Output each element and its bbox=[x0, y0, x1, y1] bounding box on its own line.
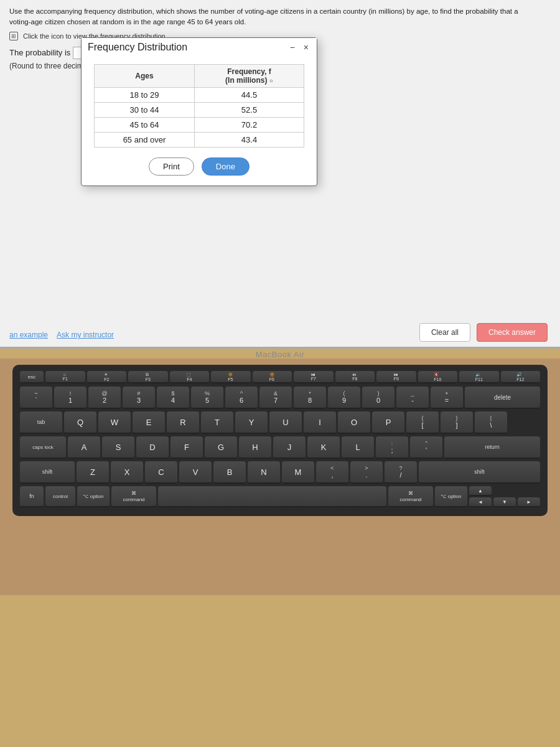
key-arrow-up[interactable]: ▲ bbox=[469, 486, 492, 496]
key-m[interactable]: M bbox=[282, 461, 314, 484]
key-7[interactable]: &7 bbox=[259, 387, 292, 409]
arrow-keys: ▲ ◄ ▼ ► bbox=[469, 486, 540, 507]
key-n[interactable]: N bbox=[248, 461, 280, 484]
key-minus[interactable]: _- bbox=[396, 387, 429, 409]
key-f8[interactable]: ⏯F8 bbox=[335, 371, 375, 383]
key-f[interactable]: F bbox=[170, 436, 203, 459]
key-fn[interactable]: fn bbox=[20, 486, 44, 507]
zxcv-row: shift Z X C V B N M <, >. ?/ shift bbox=[20, 461, 540, 484]
key-e[interactable]: E bbox=[133, 411, 165, 434]
key-option-left[interactable]: ⌥ option bbox=[77, 486, 110, 507]
key-6[interactable]: ^6 bbox=[225, 387, 258, 409]
key-f4[interactable]: ⬚F4 bbox=[170, 371, 210, 383]
modal-buttons: Print Done bbox=[94, 157, 304, 176]
key-period[interactable]: >. bbox=[350, 461, 383, 484]
key-return[interactable]: return bbox=[444, 436, 540, 459]
key-comma[interactable]: <, bbox=[316, 461, 348, 484]
key-o[interactable]: O bbox=[338, 411, 370, 434]
key-h[interactable]: H bbox=[239, 436, 271, 459]
key-caps[interactable]: caps lock bbox=[20, 436, 66, 459]
key-arrow-down[interactable]: ▼ bbox=[493, 497, 516, 507]
laptop-screen: Use the accompanying frequency distribut… bbox=[0, 0, 560, 349]
key-shift-right[interactable]: shift bbox=[419, 461, 540, 484]
key-1[interactable]: !1 bbox=[54, 387, 86, 409]
key-b[interactable]: B bbox=[213, 461, 246, 484]
key-4[interactable]: $4 bbox=[157, 387, 189, 409]
key-f7[interactable]: ⏮F7 bbox=[294, 371, 334, 383]
col-ages-header: Ages bbox=[95, 65, 195, 88]
freq-cell: 52.5 bbox=[194, 103, 304, 118]
key-p[interactable]: P bbox=[372, 411, 404, 434]
key-delete[interactable]: delete bbox=[465, 387, 540, 409]
key-equals[interactable]: += bbox=[431, 387, 463, 409]
key-g[interactable]: G bbox=[205, 436, 237, 459]
key-x[interactable]: X bbox=[111, 461, 143, 484]
key-f11[interactable]: 🔉F11 bbox=[459, 371, 499, 383]
qwerty-row: tab Q W E R T Y U I O P {[ }] |\ bbox=[20, 411, 540, 434]
num-row: ~` !1 @2 #3 $4 %5 ^6 &7 *8 (9 )0 _- += d… bbox=[20, 387, 540, 409]
clear-all-button[interactable]: Clear all bbox=[419, 323, 470, 342]
key-option-right[interactable]: ⌥ option bbox=[435, 486, 467, 507]
key-backtick[interactable]: ~` bbox=[20, 387, 52, 409]
key-control[interactable]: control bbox=[45, 486, 75, 507]
question-main-text: Use the accompanying frequency distribut… bbox=[9, 6, 520, 28]
key-r[interactable]: R bbox=[167, 411, 199, 434]
key-slash[interactable]: ?/ bbox=[385, 461, 417, 484]
key-j[interactable]: J bbox=[273, 436, 306, 459]
key-u[interactable]: U bbox=[269, 411, 302, 434]
key-y[interactable]: Y bbox=[235, 411, 268, 434]
key-a[interactable]: A bbox=[68, 436, 100, 459]
key-f2[interactable]: ☀F2 bbox=[87, 371, 127, 383]
key-f10[interactable]: 🔇F10 bbox=[418, 371, 458, 383]
key-backslash[interactable]: |\ bbox=[475, 411, 507, 434]
key-f5[interactable]: 🔅F5 bbox=[211, 371, 251, 383]
key-f3[interactable]: ⧉F3 bbox=[128, 371, 168, 383]
key-z[interactable]: Z bbox=[77, 461, 109, 484]
asdf-row: caps lock A S D F G H J K L :; "' return bbox=[20, 436, 540, 459]
check-answer-button[interactable]: Check answer bbox=[477, 323, 548, 342]
key-q[interactable]: Q bbox=[64, 411, 96, 434]
key-k[interactable]: K bbox=[307, 436, 340, 459]
key-8[interactable]: *8 bbox=[294, 387, 326, 409]
key-lbracket[interactable]: {[ bbox=[406, 411, 439, 434]
done-button[interactable]: Done bbox=[202, 157, 250, 176]
modal-minimize-button[interactable]: − bbox=[288, 42, 297, 52]
key-shift-left[interactable]: shift bbox=[20, 461, 75, 484]
key-3[interactable]: #3 bbox=[123, 387, 155, 409]
key-rbracket[interactable]: }] bbox=[441, 411, 473, 434]
modal-close-button[interactable]: × bbox=[302, 42, 310, 52]
bottom-row: fn control ⌥ option ⌘command ⌘command ⌥ … bbox=[20, 486, 540, 507]
key-f12[interactable]: 🔊F12 bbox=[501, 371, 541, 383]
key-s[interactable]: S bbox=[102, 436, 134, 459]
key-f1[interactable]: ☼F1 bbox=[45, 371, 85, 383]
key-l[interactable]: L bbox=[342, 436, 374, 459]
key-v[interactable]: V bbox=[179, 461, 212, 484]
key-d[interactable]: D bbox=[136, 436, 169, 459]
key-t[interactable]: T bbox=[201, 411, 233, 434]
key-2[interactable]: @2 bbox=[88, 387, 121, 409]
key-0[interactable]: )0 bbox=[362, 387, 394, 409]
table-row: 65 and over43.4 bbox=[95, 133, 304, 148]
key-quote[interactable]: "' bbox=[410, 436, 442, 459]
key-9[interactable]: (9 bbox=[328, 387, 360, 409]
key-i[interactable]: I bbox=[304, 411, 336, 434]
key-5[interactable]: %5 bbox=[191, 387, 223, 409]
key-semicolon[interactable]: :; bbox=[376, 436, 408, 459]
key-command-right[interactable]: ⌘command bbox=[388, 486, 433, 507]
key-c[interactable]: C bbox=[145, 461, 177, 484]
age-cell: 30 to 44 bbox=[95, 103, 195, 118]
key-tab[interactable]: tab bbox=[20, 411, 62, 434]
key-space[interactable] bbox=[158, 486, 386, 507]
key-w[interactable]: W bbox=[98, 411, 131, 434]
key-f9[interactable]: ⏭F9 bbox=[376, 371, 416, 383]
freq-cell: 44.5 bbox=[194, 88, 304, 103]
key-esc[interactable]: esc bbox=[20, 371, 44, 383]
key-f6[interactable]: 🔆F6 bbox=[253, 371, 292, 383]
frequency-table: Ages Frequency, f(In millions) ○ 18 to 2… bbox=[94, 64, 304, 148]
key-arrow-right[interactable]: ► bbox=[518, 497, 540, 507]
print-button[interactable]: Print bbox=[149, 157, 194, 176]
freq-cell: 70.2 bbox=[194, 118, 304, 133]
key-command-left[interactable]: ⌘command bbox=[111, 486, 156, 507]
key-arrow-left[interactable]: ◄ bbox=[469, 497, 492, 507]
age-cell: 65 and over bbox=[95, 133, 195, 148]
